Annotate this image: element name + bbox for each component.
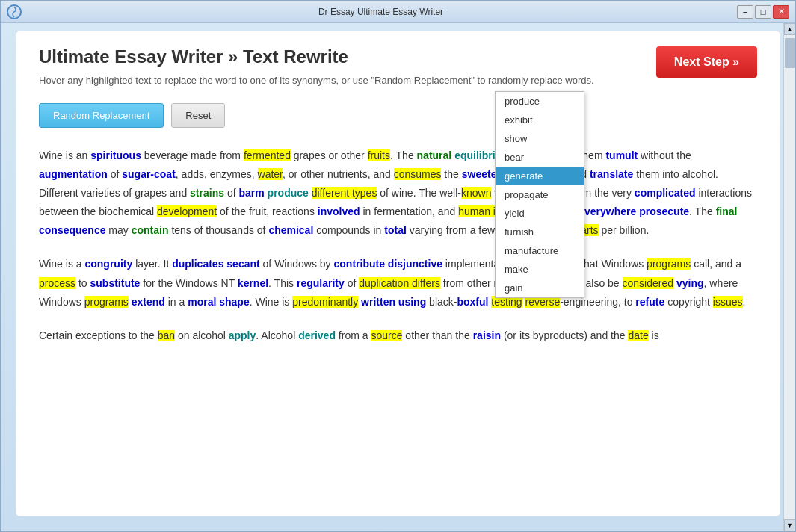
word-kernel[interactable]: kernel (238, 277, 268, 289)
toolbar: Random Replacement Reset (39, 103, 757, 128)
word-consequence[interactable]: consequence (39, 224, 105, 236)
dropdown-item-manufacture[interactable]: manufacture (496, 241, 584, 260)
word-regularity[interactable]: regularity (297, 277, 345, 289)
window-title: Dr Essay Ultimate Essay Writer (25, 7, 737, 17)
dropdown-item-gain[interactable]: gain (496, 279, 584, 297)
word-barm[interactable]: barm (238, 187, 264, 199)
word-predominantly[interactable]: predominantly (292, 296, 358, 308)
paragraph-1: Wine is an spirituous beverage made from… (39, 146, 757, 241)
word-vying[interactable]: vying (676, 277, 704, 289)
word-sugarcoat[interactable]: sugar-coat (122, 168, 176, 180)
dropdown-item-yield[interactable]: yield (496, 204, 584, 223)
reset-button[interactable]: Reset (171, 103, 225, 128)
maximize-button[interactable]: □ (755, 5, 771, 19)
dropdown-item-bear[interactable]: bear (496, 148, 584, 167)
scroll-up-arrow[interactable]: ▲ (784, 23, 796, 35)
dropdown-item-produce[interactable]: produce (496, 92, 584, 111)
close-button[interactable]: ✕ (773, 5, 789, 19)
word-derived[interactable]: derived (298, 330, 336, 341)
word-refute[interactable]: refute (635, 296, 664, 308)
word-considered[interactable]: considered (623, 277, 674, 289)
word-ban[interactable]: ban (158, 330, 175, 341)
word-complicated[interactable]: complicated (635, 187, 696, 199)
word-contain[interactable]: contain (132, 224, 169, 236)
scroll-down-arrow[interactable]: ▼ (784, 519, 796, 531)
window-controls: − □ ✕ (737, 5, 789, 19)
word-fermented[interactable]: fermented (244, 149, 291, 161)
word-boxful[interactable]: boxful (457, 296, 488, 308)
page-subtitle: Hover any highlighted text to replace th… (39, 73, 757, 88)
word-date[interactable]: date (628, 330, 648, 341)
word-raisin[interactable]: raisin (473, 330, 501, 341)
word-source[interactable]: source (371, 330, 402, 341)
paragraph-3: Certain exceptions to the ban on alcohol… (39, 327, 757, 345)
word-total[interactable]: total (384, 224, 407, 236)
paragraph-2: Wine is a congruity layer. It duplicates… (39, 255, 757, 312)
word-final[interactable]: final (716, 205, 738, 217)
word-duplicates-secant[interactable]: duplicates secant (172, 258, 260, 270)
word-issues[interactable]: issues (713, 296, 743, 308)
word-contribute-disjunctive[interactable]: contribute disjunctive (334, 258, 442, 270)
text-area: Wine is an spirituous beverage made from… (39, 146, 757, 346)
word-strains[interactable]: strains (190, 187, 224, 199)
window-chrome: Dr Essay Ultimate Essay Writer − □ ✕ ▲ ▼… (0, 0, 796, 532)
dropdown-item-show[interactable]: show (496, 129, 584, 148)
minimize-button[interactable]: − (737, 5, 753, 19)
dropdown-item-generate[interactable]: generate (496, 167, 584, 185)
dropdown-item-make[interactable]: make (496, 260, 584, 279)
word-process[interactable]: process (39, 277, 75, 289)
word-development[interactable]: development (157, 205, 217, 217)
word-everywhere-prosecute[interactable]: everywhere prosecute (579, 205, 689, 217)
word-written-using[interactable]: written using (361, 296, 426, 308)
page-title: Ultimate Essay Writer » Text Rewrite (39, 46, 757, 67)
dropdown-item-furnish[interactable]: furnish (496, 223, 584, 241)
word-congruity[interactable]: congruity (84, 258, 132, 270)
word-known[interactable]: known (461, 187, 491, 199)
word-tumult[interactable]: tumult (605, 149, 638, 161)
random-replacement-button[interactable]: Random Replacement (39, 103, 164, 128)
word-chemical[interactable]: chemical (268, 224, 313, 236)
word-augmentation[interactable]: augmentation (39, 168, 108, 180)
synonym-dropdown: produce exhibit show bear generate propa… (495, 91, 584, 298)
word-involved[interactable]: involved (318, 205, 360, 217)
word-spirituous[interactable]: spirituous (90, 149, 141, 161)
word-moral-shape[interactable]: moral shape (188, 296, 249, 308)
word-substitute[interactable]: substitute (90, 277, 141, 289)
next-step-button[interactable]: Next Step » (656, 46, 757, 78)
dropdown-item-propagate[interactable]: propagate (496, 185, 584, 204)
word-different-types[interactable]: different types (312, 187, 377, 199)
main-content: Next Step » Ultimate Essay Writer » Text… (16, 31, 780, 516)
word-apply[interactable]: apply (229, 330, 256, 341)
title-bar: Dr Essay Ultimate Essay Writer − □ ✕ (1, 1, 795, 23)
word-produce[interactable]: produce (268, 187, 309, 199)
scroll-thumb[interactable] (785, 38, 795, 68)
word-consumes[interactable]: consumes (394, 168, 442, 180)
word-translate[interactable]: translate (590, 168, 633, 180)
word-duplication-differs[interactable]: duplication differs (359, 277, 440, 289)
word-natural[interactable]: natural (417, 149, 452, 161)
word-extend[interactable]: extend (132, 296, 165, 308)
dropdown-item-exhibit[interactable]: exhibit (496, 111, 584, 129)
word-programs[interactable]: programs (647, 258, 691, 270)
word-fruits[interactable]: fruits (368, 149, 390, 161)
scrollbar-track: ▲ ▼ (783, 23, 795, 531)
app-logo-icon (7, 4, 22, 19)
word-programs2[interactable]: programs (84, 296, 129, 308)
word-water[interactable]: water (258, 168, 283, 180)
